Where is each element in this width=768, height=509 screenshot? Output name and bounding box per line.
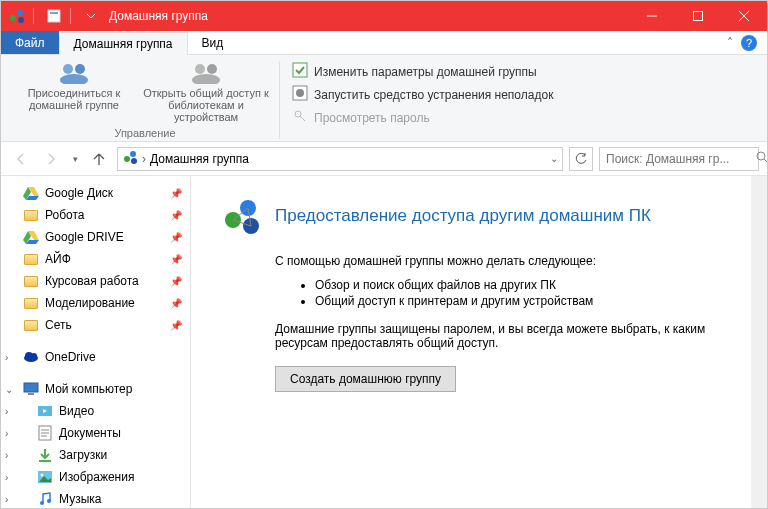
folder-icon bbox=[23, 273, 39, 289]
svg-point-13 bbox=[207, 64, 217, 74]
sidebar-item[interactable]: Курсовая работа📌 bbox=[1, 270, 190, 292]
view-password-button[interactable]: Просмотреть пароль bbox=[288, 107, 557, 128]
troubleshoot-button[interactable]: Запустить средство устранения неполадок bbox=[288, 84, 557, 105]
tab-file[interactable]: Файл bbox=[1, 31, 59, 54]
minimize-button[interactable] bbox=[629, 1, 675, 31]
address-dropdown-icon[interactable]: ⌄ bbox=[550, 153, 558, 164]
sidebar-onedrive[interactable]: › OneDrive bbox=[1, 346, 190, 368]
chevron-right-icon[interactable]: › bbox=[5, 472, 17, 483]
create-homegroup-button[interactable]: Создать домашнюю группу bbox=[275, 366, 456, 392]
sidebar-item-label: Документы bbox=[59, 426, 121, 440]
chevron-right-icon: › bbox=[142, 152, 146, 166]
sidebar-item-label: АЙФ bbox=[45, 252, 71, 266]
video-icon bbox=[37, 403, 53, 419]
nav-back-button[interactable] bbox=[9, 147, 33, 171]
share-libraries-button[interactable]: Открыть общий доступ к библиотекам и уст… bbox=[141, 61, 271, 123]
cloud-icon bbox=[23, 349, 39, 365]
chevron-right-icon[interactable]: › bbox=[5, 450, 17, 461]
maximize-button[interactable] bbox=[675, 1, 721, 31]
app-icon bbox=[5, 4, 29, 28]
sidebar-item[interactable]: Моделирование📌 bbox=[1, 292, 190, 314]
change-settings-button[interactable]: Изменить параметры домашней группы bbox=[288, 61, 557, 82]
address-bar[interactable]: › Домашняя группа ⌄ bbox=[117, 147, 563, 171]
chevron-right-icon[interactable]: › bbox=[5, 406, 17, 417]
sidebar-thispc[interactable]: ⌄ Мой компьютер bbox=[1, 378, 190, 400]
sidebar-item-label: Курсовая работа bbox=[45, 274, 139, 288]
sidebar-item[interactable]: ›Музыка bbox=[1, 488, 190, 509]
sidebar-item-label: Google Диск bbox=[45, 186, 113, 200]
content-intro: С помощью домашней группы можно делать с… bbox=[275, 254, 737, 268]
svg-point-47 bbox=[47, 499, 51, 503]
wrench-icon bbox=[292, 85, 308, 104]
sidebar-item[interactable]: Google Диск📌 bbox=[1, 182, 190, 204]
menu-tabs: Файл Домашняя группа Вид ˄ ? bbox=[1, 31, 767, 55]
chevron-right-icon[interactable]: › bbox=[5, 494, 17, 505]
gdrive-icon bbox=[23, 229, 39, 245]
nav-forward-button[interactable] bbox=[39, 147, 63, 171]
ribbon: Присоединиться к домашней группе Открыть… bbox=[1, 55, 767, 142]
qat-dropdown-icon[interactable] bbox=[79, 4, 103, 28]
svg-point-1 bbox=[17, 10, 23, 16]
sidebar-item[interactable]: Робота📌 bbox=[1, 204, 190, 226]
pin-icon: 📌 bbox=[170, 210, 182, 221]
search-icon bbox=[756, 151, 768, 166]
svg-point-20 bbox=[124, 156, 130, 162]
svg-rect-15 bbox=[293, 63, 307, 77]
search-box[interactable] bbox=[599, 147, 759, 171]
pictures-icon bbox=[37, 469, 53, 485]
nav-up-button[interactable] bbox=[87, 147, 111, 171]
svg-point-23 bbox=[757, 152, 765, 160]
refresh-button[interactable] bbox=[569, 147, 593, 171]
qat-properties-icon[interactable] bbox=[42, 4, 66, 28]
pin-icon: 📌 bbox=[170, 232, 182, 243]
window-title: Домашняя группа bbox=[109, 9, 208, 23]
join-homegroup-button[interactable]: Присоединиться к домашней группе bbox=[19, 61, 129, 123]
computer-icon bbox=[23, 381, 39, 397]
tab-view[interactable]: Вид bbox=[188, 31, 238, 54]
svg-point-11 bbox=[60, 74, 88, 84]
svg-rect-34 bbox=[24, 383, 38, 392]
content-heading: Предоставление доступа другим домашним П… bbox=[275, 206, 651, 226]
sidebar-item-label: Видео bbox=[59, 404, 94, 418]
sidebar-item[interactable]: ›Изображения bbox=[1, 466, 190, 488]
ribbon-collapse-icon[interactable]: ˄ bbox=[727, 36, 733, 50]
sidebar-item[interactable]: Сеть📌 bbox=[1, 314, 190, 336]
tab-homegroup[interactable]: Домашняя группа bbox=[59, 32, 188, 55]
close-button[interactable] bbox=[721, 1, 767, 31]
pin-icon: 📌 bbox=[170, 276, 182, 287]
sidebar-item[interactable]: АЙФ📌 bbox=[1, 248, 190, 270]
sidebar-item-label: Моделирование bbox=[45, 296, 135, 310]
chevron-down-icon[interactable]: ⌄ bbox=[5, 384, 17, 395]
sidebar-item-label: Робота bbox=[45, 208, 84, 222]
scrollbar[interactable] bbox=[751, 176, 767, 509]
svg-rect-4 bbox=[50, 12, 58, 14]
svg-point-33 bbox=[31, 353, 37, 359]
svg-point-17 bbox=[296, 89, 304, 97]
music-icon bbox=[37, 491, 53, 507]
nav-recent-dropdown[interactable]: ▾ bbox=[69, 147, 81, 171]
chevron-right-icon[interactable]: › bbox=[5, 428, 17, 439]
address-path: Домашняя группа bbox=[150, 152, 249, 166]
sidebar-item[interactable]: ›Видео bbox=[1, 400, 190, 422]
search-input[interactable] bbox=[606, 152, 756, 166]
help-icon[interactable]: ? bbox=[741, 35, 757, 51]
sidebar-item[interactable]: Google DRIVE📌 bbox=[1, 226, 190, 248]
svg-line-19 bbox=[300, 116, 305, 121]
svg-point-44 bbox=[41, 474, 44, 477]
content-bullets: Обзор и поиск общих файлов на других ПКО… bbox=[315, 278, 737, 308]
sidebar-item[interactable]: ›Документы bbox=[1, 422, 190, 444]
settings-icon bbox=[292, 62, 308, 81]
chevron-right-icon[interactable]: › bbox=[5, 352, 17, 363]
key-icon bbox=[292, 108, 308, 127]
downloads-icon bbox=[37, 447, 53, 463]
sidebar-item[interactable]: ›Загрузки bbox=[1, 444, 190, 466]
pin-icon: 📌 bbox=[170, 298, 182, 309]
svg-point-9 bbox=[63, 64, 73, 74]
svg-rect-6 bbox=[694, 12, 703, 21]
homegroup-icon bbox=[122, 149, 138, 168]
folder-icon bbox=[23, 317, 39, 333]
sidebar-item-label: Загрузки bbox=[59, 448, 107, 462]
sidebar: Google Диск📌Робота📌Google DRIVE📌АЙФ📌Курс… bbox=[1, 176, 191, 509]
folder-icon bbox=[23, 207, 39, 223]
sidebar-item-label: Google DRIVE bbox=[45, 230, 124, 244]
